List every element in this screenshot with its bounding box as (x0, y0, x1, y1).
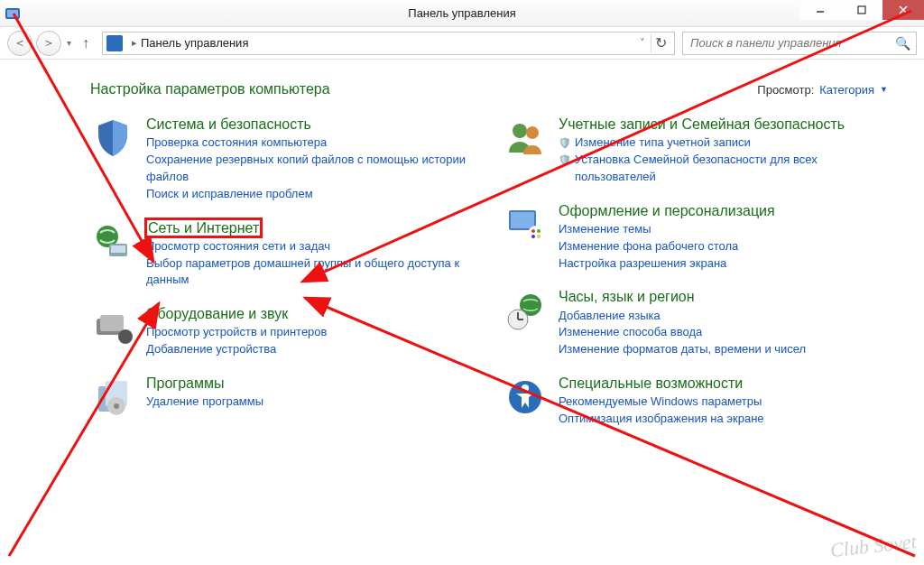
address-dropdown-icon[interactable]: ˅ (634, 37, 651, 49)
svg-point-11 (118, 329, 133, 344)
category-title[interactable]: Часы, язык и регион (559, 288, 888, 305)
programs-icon (90, 375, 135, 420)
svg-rect-10 (100, 315, 124, 331)
user-accounts-icon (503, 116, 548, 161)
left-column: Система и безопасность Проверка состояни… (90, 116, 476, 444)
category-system-security: Система и безопасность Проверка состояни… (90, 116, 476, 203)
right-column: Учетные записи и Семейная безопасность 🛡… (503, 116, 888, 444)
category-title[interactable]: Специальные возможности (559, 375, 888, 392)
hardware-sound-icon (90, 305, 135, 350)
minimize-button[interactable] (799, 0, 841, 20)
svg-rect-3 (858, 6, 865, 14)
svg-point-23 (531, 235, 535, 238)
forward-button[interactable]: ＞ (36, 31, 61, 56)
category-title[interactable]: Учетные записи и Семейная безопасность (559, 116, 888, 133)
svg-point-15 (114, 403, 119, 409)
category-link[interactable]: 🛡️Изменение типа учетной записи (559, 134, 888, 152)
svg-point-30 (522, 384, 529, 392)
view-label: Просмотр: (757, 83, 814, 97)
search-icon[interactable]: 🔍 (895, 36, 910, 51)
category-link[interactable]: Добавление устройства (146, 341, 476, 358)
titlebar: Панель управления (0, 0, 924, 27)
category-link[interactable]: Добавление языка (559, 308, 888, 325)
svg-rect-8 (111, 245, 125, 253)
up-button[interactable]: ↑ (77, 32, 95, 54)
search-box[interactable]: 🔍 (682, 32, 917, 55)
system-menu-icon[interactable] (5, 6, 20, 21)
svg-rect-19 (511, 212, 534, 228)
search-input[interactable] (688, 35, 895, 51)
refresh-button[interactable]: ↻ (651, 33, 670, 53)
category-title[interactable]: Сеть и Интернет (146, 219, 476, 238)
category-link[interactable]: Поиск и исправление проблем (146, 186, 476, 203)
breadcrumb-root[interactable]: Панель управления (141, 36, 248, 50)
svg-point-16 (513, 124, 527, 138)
maximize-button[interactable] (841, 0, 882, 20)
control-panel-icon (106, 35, 123, 51)
category-appearance: Оформление и персонализация Изменение те… (503, 202, 888, 273)
category-link[interactable]: Оптимизация изображения на экране (559, 411, 888, 428)
category-link[interactable]: 🛡️Установка Семейной безопасности для вс… (559, 152, 888, 186)
shield-icon: 🛡️ (559, 153, 571, 168)
category-title[interactable]: Программы (146, 375, 476, 392)
navbar: ＜ ＞ ▾ ↑ ▸ Панель управления ˅ ↻ 🔍 (0, 27, 924, 60)
page-heading: Настройка параметров компьютера (90, 81, 330, 97)
content-area: Настройка параметров компьютера Просмотр… (0, 60, 924, 565)
category-user-accounts: Учетные записи и Семейная безопасность 🛡… (503, 116, 888, 186)
ease-of-access-icon (503, 375, 548, 420)
close-button[interactable] (882, 0, 924, 20)
chevron-right-icon[interactable]: ▸ (128, 37, 141, 49)
history-dropdown-icon[interactable]: ▾ (65, 38, 73, 48)
network-internet-icon (90, 219, 135, 264)
category-programs: Программы Удаление программы (90, 375, 476, 420)
category-link[interactable]: Изменение способа ввода (559, 324, 888, 341)
chevron-down-icon: ▼ (880, 85, 888, 94)
svg-rect-1 (7, 10, 18, 17)
category-link[interactable]: Проверка состояния компьютера (146, 134, 476, 152)
category-link[interactable]: Выбор параметров домашней группы и общег… (146, 255, 476, 290)
category-title[interactable]: Система и безопасность (146, 116, 476, 133)
shield-icon: 🛡️ (559, 136, 571, 151)
category-clock-lang-region: Часы, язык и регион Добавление языка Изм… (503, 288, 888, 358)
category-network-internet: Сеть и Интернет Просмотр состояния сети … (90, 219, 476, 290)
category-link[interactable]: Просмотр устройств и принтеров (146, 324, 476, 341)
category-link[interactable]: Настройка разрешения экрана (559, 255, 888, 273)
category-link[interactable]: Изменение фона рабочего стола (559, 238, 888, 255)
svg-point-20 (528, 226, 544, 242)
view-selector[interactable]: Просмотр: Категория ▼ (757, 83, 888, 97)
category-link[interactable]: Сохранение резервных копий файлов с помо… (146, 152, 476, 186)
window-buttons (799, 0, 924, 20)
address-bar[interactable]: ▸ Панель управления ˅ ↻ (102, 32, 675, 55)
clock-lang-region-icon (503, 288, 548, 333)
svg-point-21 (531, 229, 535, 233)
back-button[interactable]: ＜ (7, 31, 32, 56)
category-link[interactable]: Изменение форматов даты, времени и чисел (559, 341, 888, 358)
svg-point-17 (526, 126, 539, 139)
category-link[interactable]: Удаление программы (146, 394, 476, 411)
svg-point-22 (537, 229, 541, 233)
appearance-icon (503, 202, 548, 247)
category-title[interactable]: Оборудование и звук (146, 305, 476, 322)
category-title[interactable]: Оформление и персонализация (559, 202, 888, 219)
category-link[interactable]: Изменение темы (559, 221, 888, 238)
svg-point-24 (537, 235, 541, 238)
category-hardware-sound: Оборудование и звук Просмотр устройств и… (90, 305, 476, 358)
system-security-icon (90, 116, 135, 161)
window-title: Панель управления (0, 6, 924, 20)
category-link[interactable]: Рекомендуемые Windows параметры (559, 394, 888, 411)
view-value: Категория (819, 83, 874, 97)
category-link[interactable]: Просмотр состояния сети и задач (146, 238, 476, 255)
category-ease-of-access: Специальные возможности Рекомендуемые Wi… (503, 375, 888, 428)
